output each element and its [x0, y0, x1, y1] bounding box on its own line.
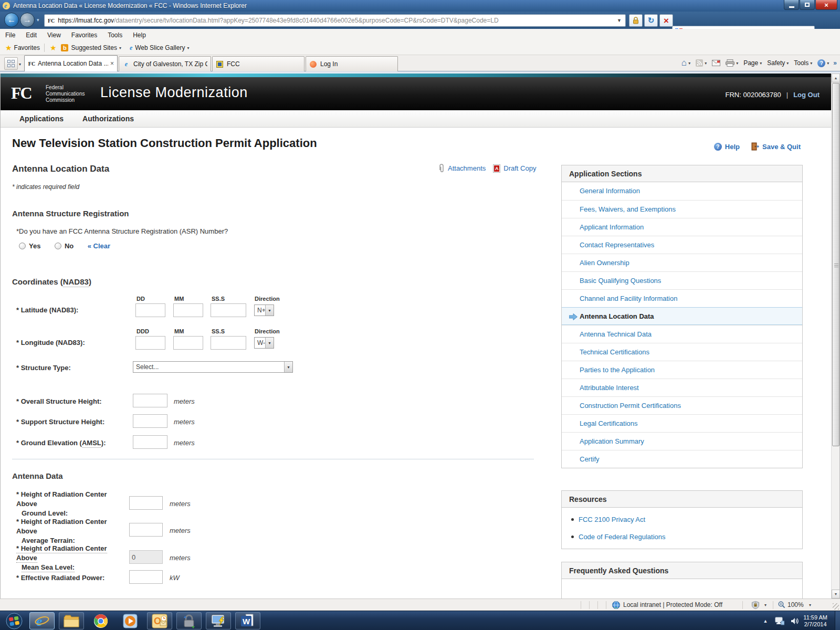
sidebar-item-parties-to-application[interactable]: Parties to the Application [562, 361, 802, 379]
network-icon[interactable] [775, 617, 784, 625]
erp-input[interactable] [129, 570, 163, 584]
show-desktop-button[interactable] [835, 611, 840, 630]
sidebar-item-applicant-information[interactable]: Applicant Information [562, 218, 802, 236]
sidebar-item-basic-qualifying-questions[interactable]: Basic Qualifying Questions [562, 271, 802, 289]
sidebar-item-channel-facility-information[interactable]: Channel and Facility Information [562, 289, 802, 307]
back-button[interactable]: ← [4, 13, 19, 27]
feeds-caret-icon[interactable]: ▾ [705, 61, 707, 66]
page-menu[interactable]: Page▾ [743, 59, 762, 67]
refresh-button[interactable]: ↻ [644, 14, 658, 27]
add-favorite-icon[interactable]: ★ [50, 44, 57, 52]
vertical-scrollbar[interactable]: ▲ ▼ [831, 74, 839, 598]
hrc-ground-input[interactable] [129, 496, 163, 510]
url-field[interactable]: FC https://lmuat.fcc.gov /dataentry/secu… [44, 14, 626, 27]
hrc-msl-tooltip-term[interactable]: * Height of Radiation Center Above [16, 544, 107, 563]
menu-favorites[interactable]: Favorites [66, 30, 102, 40]
taskbar-explorer-button[interactable] [59, 612, 84, 629]
shield-caret-icon[interactable]: ▾ [764, 603, 766, 607]
log-out-link[interactable]: Log Out [793, 91, 820, 99]
help-button[interactable]: ?▾ [817, 59, 829, 67]
web-slice-gallery-button[interactable]: Web Slice Gallery [135, 44, 185, 51]
longitude-mm-input[interactable] [173, 336, 203, 350]
sidebar-item-technical-certifications[interactable]: Technical Certifications [562, 343, 802, 361]
help-link[interactable]: Help [725, 143, 740, 151]
amsl-tooltip-term[interactable]: AMSL [82, 439, 101, 448]
history-dropdown-icon[interactable]: ▾ [37, 17, 39, 23]
inprivate-shield-icon[interactable] [752, 601, 759, 609]
tab-antenna-location-data[interactable]: FC Antenna Location Data ... × [24, 55, 118, 71]
stop-button[interactable]: × [659, 14, 673, 27]
quick-tabs-caret-icon[interactable]: ▾ [19, 62, 21, 67]
sidebar-item-application-summary[interactable]: Application Summary [562, 432, 802, 450]
menu-view[interactable]: View [42, 30, 66, 40]
forward-button[interactable]: → [20, 13, 35, 27]
mail-button[interactable] [712, 60, 720, 66]
latitude-ss-input[interactable] [211, 303, 246, 317]
taskbar-security-lock-button[interactable] [176, 612, 202, 629]
volume-icon[interactable] [791, 617, 799, 625]
taskbar-clock[interactable]: 11:59 AM 2/7/2014 [803, 614, 827, 628]
minimize-button[interactable] [784, 0, 799, 10]
longitude-ss-input[interactable] [211, 336, 246, 350]
url-dropdown-icon[interactable]: ▼ [615, 18, 623, 23]
asr-clear-link[interactable]: « Clear [88, 242, 110, 250]
code-of-federal-regulations-link[interactable]: Code of Federal Regulations [579, 533, 666, 541]
menu-file[interactable]: File [0, 30, 20, 40]
taskbar-outlook-button[interactable]: O [147, 612, 172, 629]
zoom-level[interactable]: 100% [788, 601, 804, 608]
zoom-caret-icon[interactable]: ▾ [809, 603, 811, 607]
longitude-direction-select[interactable]: W- ▾ [254, 337, 274, 349]
tab-fcc[interactable]: FCC [212, 56, 304, 71]
sidebar-item-antenna-location-data[interactable]: Antenna Location Data [562, 307, 802, 325]
scroll-up-button[interactable]: ▲ [832, 74, 840, 82]
taskbar-chrome-button[interactable] [88, 612, 113, 629]
nad83-tooltip-term[interactable]: NAD83 [63, 277, 89, 287]
fcc-2100-privacy-act-link[interactable]: FCC 2100 Privacy Act [579, 516, 645, 523]
nav-authorizations[interactable]: Authorizations [82, 114, 134, 123]
draft-copy-link[interactable]: Draft Copy [503, 164, 536, 172]
overall-height-input[interactable] [133, 394, 167, 407]
sidebar-item-antenna-technical-data[interactable]: Antenna Technical Data [562, 325, 802, 343]
scrollbar-thumb[interactable] [832, 83, 839, 446]
latitude-mm-input[interactable] [173, 303, 203, 317]
structure-type-select[interactable]: Select... ▾ [133, 361, 293, 373]
tools-menu[interactable]: Tools▾ [794, 59, 812, 67]
security-lock-button[interactable] [629, 14, 643, 27]
close-button[interactable]: × [815, 0, 837, 10]
save-quit-link[interactable]: Save & Quit [762, 143, 801, 151]
menu-help[interactable]: Help [128, 30, 151, 40]
web-slice-caret-icon[interactable]: ▾ [187, 46, 189, 50]
tab-log-in[interactable]: Log In [306, 56, 398, 71]
sidebar-item-construction-permit-certifications[interactable]: Construction Permit Certifications [562, 396, 802, 414]
latitude-dd-input[interactable] [135, 303, 165, 317]
taskbar-remote-desktop-button[interactable] [206, 612, 231, 629]
attachments-link[interactable]: Attachments [448, 164, 486, 172]
quick-tabs-button[interactable] [4, 57, 18, 70]
asr-no-radio[interactable] [55, 243, 61, 249]
sidebar-item-legal-certifications[interactable]: Legal Certifications [562, 414, 802, 432]
home-button[interactable]: ⌂▾ [681, 58, 690, 68]
support-height-input[interactable] [133, 414, 167, 428]
nav-applications[interactable]: Applications [19, 114, 64, 123]
tab-city-of-galveston[interactable]: e City of Galveston, TX Zip C... [119, 56, 211, 71]
hrc-terrain-input[interactable] [129, 523, 163, 537]
suggested-sites-button[interactable]: Suggested Sites [71, 44, 117, 51]
overflow-chevron-icon[interactable]: » [833, 59, 837, 67]
tab-close-icon[interactable]: × [110, 60, 114, 67]
sidebar-item-alien-ownership[interactable]: Alien Ownership [562, 254, 802, 271]
sidebar-item-contact-representatives[interactable]: Contact Representatives [562, 236, 802, 254]
taskbar-word-button[interactable]: W [235, 612, 260, 629]
print-caret-icon[interactable]: ▾ [736, 61, 738, 66]
asr-yes-radio[interactable] [19, 243, 26, 249]
favorites-button[interactable]: Favorites [14, 44, 40, 51]
taskbar-media-player-button[interactable] [118, 612, 143, 629]
sidebar-item-attributable-interest[interactable]: Attributable Interest [562, 379, 802, 396]
menu-tools[interactable]: Tools [102, 30, 128, 40]
tray-expand-icon[interactable]: ▲ [763, 618, 768, 624]
sidebar-item-fees-waivers[interactable]: Fees, Waivers, and Exemptions [562, 200, 802, 218]
start-button[interactable] [2, 612, 26, 629]
suggested-sites-caret-icon[interactable]: ▾ [119, 46, 121, 50]
ground-elevation-input[interactable] [133, 435, 167, 449]
scroll-down-button[interactable]: ▼ [832, 590, 840, 598]
safety-menu[interactable]: Safety▾ [767, 59, 789, 67]
